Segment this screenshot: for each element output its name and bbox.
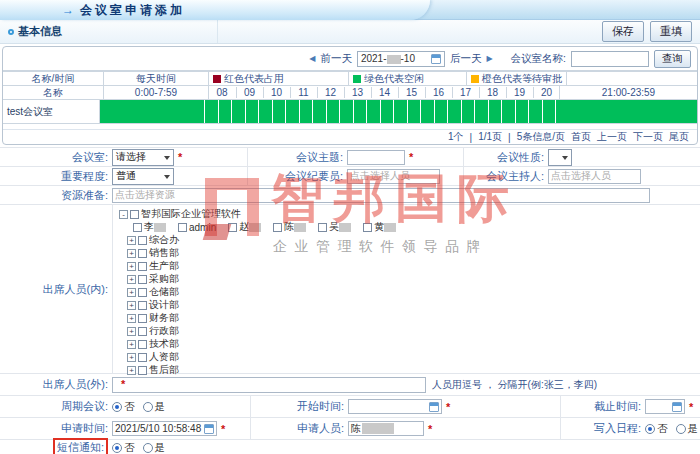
user-checkbox[interactable] bbox=[363, 223, 372, 232]
expand-icon[interactable]: + bbox=[127, 301, 136, 310]
department-checkbox[interactable] bbox=[138, 327, 147, 336]
start-time-input[interactable] bbox=[348, 399, 442, 414]
department-checkbox[interactable] bbox=[138, 236, 147, 245]
apply-time-input[interactable]: 2021/5/10 10:58:48 bbox=[112, 421, 217, 436]
meeting-nature-select[interactable] bbox=[548, 149, 572, 166]
write-schedule-yes-radio[interactable] bbox=[676, 424, 686, 434]
importance-select[interactable]: 普通 bbox=[112, 168, 174, 185]
free-slot[interactable] bbox=[340, 100, 353, 123]
department-checkbox[interactable] bbox=[138, 288, 147, 297]
last-page-link[interactable]: 尾页 bbox=[669, 130, 689, 144]
periodic-yes-radio[interactable] bbox=[143, 402, 153, 412]
free-slot[interactable] bbox=[232, 100, 245, 123]
expand-icon[interactable]: + bbox=[127, 314, 136, 323]
department-checkbox[interactable] bbox=[138, 301, 147, 310]
department-checkbox[interactable] bbox=[138, 340, 147, 349]
sms-notify-yes-radio[interactable] bbox=[143, 443, 153, 453]
free-slot[interactable] bbox=[435, 100, 447, 123]
resources-label: 资源准备: bbox=[0, 188, 112, 203]
calendar-icon[interactable] bbox=[431, 54, 441, 64]
free-slot[interactable] bbox=[273, 100, 285, 123]
free-slot[interactable] bbox=[489, 100, 501, 123]
meeting-room-select[interactable]: 请选择 bbox=[112, 149, 174, 166]
free-slot[interactable] bbox=[408, 100, 420, 123]
write-schedule-no-radio[interactable] bbox=[645, 424, 655, 434]
prev-day-link[interactable]: 前一天 bbox=[320, 52, 352, 66]
user-checkbox[interactable] bbox=[133, 223, 142, 232]
save-button[interactable]: 保存 bbox=[602, 21, 644, 42]
expand-icon[interactable]: + bbox=[127, 236, 136, 245]
free-slot[interactable] bbox=[448, 100, 461, 123]
resources-input[interactable]: 点击选择资源 bbox=[112, 188, 650, 203]
next-day-arrow-icon[interactable]: ▶ bbox=[486, 54, 492, 63]
search-button[interactable]: 查询 bbox=[654, 50, 691, 68]
free-slot[interactable] bbox=[205, 100, 218, 123]
calendar-icon[interactable] bbox=[204, 424, 214, 434]
expand-icon[interactable]: + bbox=[127, 275, 136, 284]
expand-icon[interactable]: + bbox=[127, 327, 136, 336]
free-slot[interactable] bbox=[246, 100, 258, 123]
meeting-subject-input[interactable] bbox=[347, 150, 405, 165]
department-checkbox[interactable] bbox=[138, 353, 147, 362]
expand-icon[interactable]: + bbox=[127, 366, 136, 375]
expand-icon[interactable]: + bbox=[127, 353, 136, 362]
tree-root-checkbox[interactable] bbox=[130, 210, 139, 219]
department-checkbox[interactable] bbox=[138, 275, 147, 284]
department-checkbox[interactable] bbox=[138, 366, 147, 375]
user-name: admin bbox=[189, 222, 216, 233]
user-checkbox[interactable] bbox=[273, 223, 282, 232]
sms-notify-no-radio[interactable] bbox=[112, 443, 122, 453]
department-checkbox[interactable] bbox=[138, 314, 147, 323]
department-checkbox[interactable] bbox=[138, 249, 147, 258]
free-slot[interactable] bbox=[313, 100, 326, 123]
free-slot[interactable] bbox=[421, 100, 434, 123]
free-slot[interactable] bbox=[327, 100, 339, 123]
free-slot[interactable] bbox=[219, 100, 231, 123]
free-slot[interactable] bbox=[543, 100, 555, 123]
free-slot[interactable] bbox=[394, 100, 407, 123]
calendar-icon[interactable] bbox=[672, 402, 682, 412]
user-checkbox[interactable] bbox=[318, 223, 327, 232]
date-input[interactable]: 2021--10 bbox=[357, 51, 445, 67]
free-slot[interactable] bbox=[502, 100, 515, 123]
free-slot[interactable] bbox=[381, 100, 393, 123]
free-slot[interactable] bbox=[300, 100, 312, 123]
free-slot[interactable] bbox=[100, 100, 204, 123]
room-name-input[interactable] bbox=[571, 51, 649, 67]
free-slot[interactable] bbox=[529, 100, 542, 123]
host-input[interactable]: 点击选择人员 bbox=[548, 169, 641, 184]
next-day-link[interactable]: 后一天 bbox=[450, 52, 482, 66]
user-checkbox[interactable] bbox=[178, 223, 187, 232]
free-slot[interactable] bbox=[475, 100, 488, 123]
prev-page-link[interactable]: 上一页 bbox=[597, 130, 627, 144]
applicant-input[interactable]: 陈 bbox=[348, 421, 424, 436]
free-slot[interactable] bbox=[354, 100, 366, 123]
user-name: 李 bbox=[144, 220, 154, 234]
hour-header-cell: 18 bbox=[479, 87, 506, 98]
free-slot[interactable] bbox=[367, 100, 380, 123]
expand-icon[interactable]: + bbox=[127, 262, 136, 271]
user-checkbox[interactable] bbox=[228, 223, 237, 232]
collapse-icon[interactable]: - bbox=[119, 210, 128, 219]
free-slot[interactable] bbox=[259, 100, 272, 123]
expand-icon[interactable]: + bbox=[127, 249, 136, 258]
free-slot[interactable] bbox=[556, 100, 697, 123]
prev-day-arrow-icon[interactable]: ◀ bbox=[309, 54, 315, 63]
first-page-link[interactable]: 首页 bbox=[571, 130, 591, 144]
per-page-link[interactable]: 5条信息/页 bbox=[517, 130, 565, 144]
department-checkbox[interactable] bbox=[138, 262, 147, 271]
periodic-no-radio[interactable] bbox=[112, 402, 122, 412]
reset-button[interactable]: 重填 bbox=[650, 21, 692, 42]
page-title-tab[interactable]: → 会议室申请添加 bbox=[0, 0, 430, 20]
expand-icon[interactable]: + bbox=[127, 288, 136, 297]
free-slot[interactable] bbox=[286, 100, 299, 123]
legend-empty-cell bbox=[566, 72, 697, 85]
free-slot[interactable] bbox=[516, 100, 528, 123]
minutes-taker-input[interactable]: 点击选择人员 bbox=[347, 169, 440, 184]
calendar-icon[interactable] bbox=[429, 402, 439, 412]
free-slot[interactable] bbox=[462, 100, 474, 123]
end-time-input[interactable] bbox=[645, 399, 685, 414]
col-header-daily-time: 每天时间 bbox=[103, 72, 208, 85]
next-page-link[interactable]: 下一页 bbox=[633, 130, 663, 144]
expand-icon[interactable]: + bbox=[127, 340, 136, 349]
